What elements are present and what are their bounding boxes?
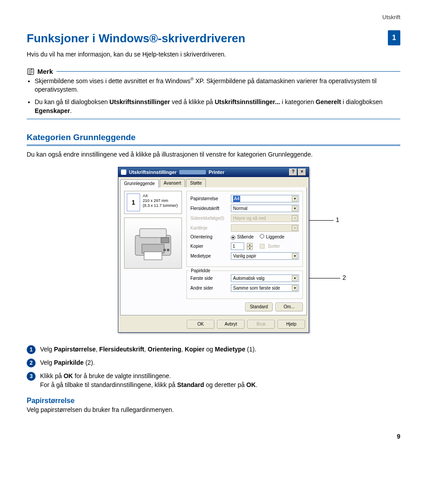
callout-1: 1 [336, 216, 339, 225]
note-rule [56, 71, 400, 72]
chevron-down-icon: ▾ [292, 253, 298, 259]
page-subtitle: Hvis du vil ha mer informasjon, kan du s… [27, 50, 379, 59]
button-om[interactable]: Om... [275, 302, 303, 311]
chapter-badge: 1 [388, 30, 400, 45]
step-badge-3: 3 [27, 372, 36, 381]
label-siderekkefolge: Siderekkefølge(I) [190, 215, 228, 222]
svg-rect-0 [28, 69, 34, 75]
step-list: 1 Velg Papirstørrelse, Flersideutskrift,… [27, 345, 400, 389]
callout-2: 2 [342, 274, 346, 282]
paper-name: A4 [143, 194, 178, 198]
button-avbryt[interactable]: Avbryt [217, 320, 245, 329]
subhead-text: Velg papirstørrelsen du bruker fra rulle… [27, 406, 400, 415]
paper-thumbnail: 1 [127, 194, 140, 211]
radio-liggende[interactable]: Liggende [260, 234, 284, 240]
button-standard[interactable]: Standard [245, 302, 273, 311]
dialog-title-right: Printer [209, 169, 224, 176]
label-medietype: Medietype [190, 253, 228, 259]
close-button[interactable]: × [298, 169, 306, 176]
header-section-label: Utskrift [27, 13, 400, 21]
note-label: Merk [37, 67, 53, 76]
button-ok[interactable]: OK [187, 320, 214, 329]
printer-illustration[interactable] [124, 218, 182, 269]
note-bullet-2: Du kan gå til dialogboksen Utskriftsinns… [35, 98, 400, 115]
callout-line-1 [309, 220, 334, 221]
label-forste-side: Første side [190, 275, 228, 282]
title-blur [179, 170, 206, 174]
label-andre-sider: Andre sider [190, 285, 228, 291]
chevron-down-icon: ▾ [292, 225, 298, 231]
paper-info-box: 1 A4 210 x 297 mm (8.3 x 11.7 tommer) [124, 191, 182, 214]
paper-size1: 210 x 297 mm [143, 198, 178, 203]
tabstrip: Grunnleggende Avansert Støtte [118, 177, 309, 187]
group-main: Papirstørrelse A4▾ Flersideutskrift Norm… [186, 191, 303, 267]
page-number: 9 [27, 432, 400, 441]
combo-siderekkefolge: Høyre og så ned▾ [231, 214, 299, 222]
printer-icon [121, 169, 126, 175]
note-icon [27, 68, 35, 76]
printer-svg-icon [131, 224, 175, 262]
svg-point-7 [167, 249, 169, 251]
combo-kantlinje: ▾ [231, 224, 299, 232]
svg-rect-2 [140, 229, 166, 238]
help-button[interactable]: ? [289, 169, 297, 176]
step-1: 1 Velg Papirstørrelse, Flersideutskrift,… [27, 345, 400, 354]
combo-medietype[interactable]: Vanlig papir▾ [231, 252, 299, 260]
note-end-rule [27, 119, 400, 119]
chevron-down-icon: ▾ [292, 196, 298, 202]
step-3: 3 Klikk på OK for å bruke de valgte inns… [27, 372, 400, 389]
radio-staende[interactable]: Stående [231, 234, 254, 240]
note-block: Merk Skjermbildene som vises i dette avs… [27, 67, 400, 119]
subheading-papirstorrelse: Papirstørrelse [27, 396, 400, 406]
page-title: Funksjoner i Windows®-skriverdriveren [27, 30, 379, 46]
combo-flersideutskrift[interactable]: Normal▾ [231, 205, 299, 212]
paper-size2: (8.3 x 11.7 tommer) [143, 203, 178, 208]
tab-stotte[interactable]: Støtte [186, 179, 206, 187]
step-2: 2 Velg Papirkilde (2). [27, 359, 400, 367]
label-kantlinje: Kantlinje [190, 225, 228, 231]
label-kopier: Kopier [190, 243, 228, 250]
chevron-down-icon: ▾ [292, 285, 298, 291]
tab-avansert[interactable]: Avansert [160, 179, 185, 187]
section-underline [27, 145, 400, 146]
label-papirstorrelse: Papirstørrelse [190, 196, 228, 202]
button-bruk: Bruk [247, 320, 275, 329]
section-lead: Du kan også endre innstillingene ved å k… [27, 150, 400, 159]
callout-line-2 [309, 278, 340, 278]
step-badge-1: 1 [27, 345, 36, 354]
tab-grunnleggende[interactable]: Grunnleggende [120, 179, 159, 188]
group-papirkilde: Papirkilde Første side Automatisk valg▾ … [186, 270, 303, 299]
svg-point-6 [163, 249, 166, 251]
chevron-down-icon: ▾ [292, 206, 298, 211]
combo-forste-side[interactable]: Automatisk valg▾ [231, 274, 299, 282]
note-bullet-1: Skjermbildene som vises i dette avsnitte… [35, 76, 400, 94]
chevron-down-icon: ▾ [292, 215, 298, 221]
print-settings-dialog: Utskriftsinnstillinger Printer ? × Grunn… [118, 167, 309, 333]
button-hjelp[interactable]: Hjelp [278, 320, 305, 329]
note-bullets: Skjermbildene som vises i dette avsnitte… [35, 76, 400, 115]
label-orientering: Orientering [190, 234, 228, 240]
combo-andre-sider[interactable]: Samme som første side▾ [231, 284, 299, 292]
label-flersideutskrift: Flersideutskrift [190, 206, 228, 212]
svg-rect-5 [144, 252, 162, 260]
input-kopier[interactable]: 1 [231, 242, 244, 250]
step-badge-2: 2 [27, 359, 36, 367]
spinner-buttons[interactable]: ▴▾ [247, 243, 253, 250]
dialog-title-left: Utskriftsinnstillinger [129, 169, 177, 176]
chevron-down-icon: ▾ [292, 275, 298, 281]
checkbox-sorter: Sorter [260, 243, 280, 250]
combo-papirstorrelse[interactable]: A4▾ [231, 195, 299, 202]
group-label-papirkilde: Papirkilde [189, 268, 212, 274]
section-title: Kategorien Grunnleggende [27, 132, 400, 144]
dialog-titlebar: Utskriftsinnstillinger Printer ? × [118, 167, 309, 177]
svg-rect-4 [161, 238, 169, 243]
